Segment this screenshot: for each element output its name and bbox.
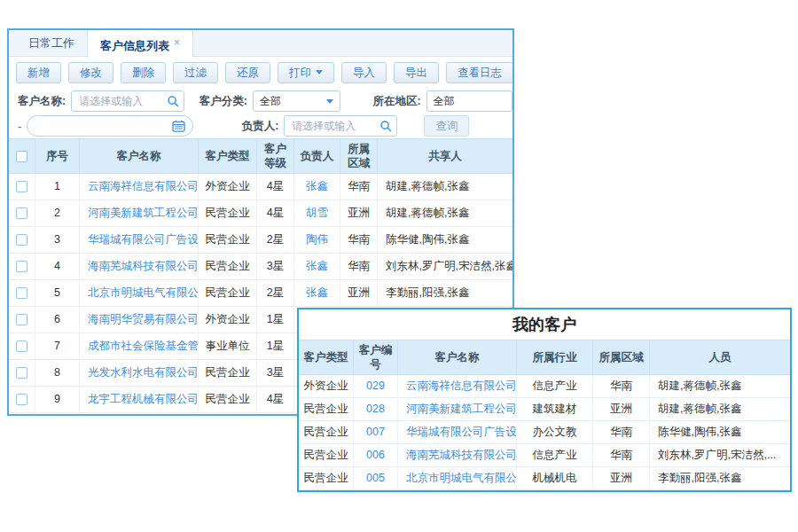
list-item[interactable]: 民营企业 028 河南美新建筑工程公司 建筑建材 亚洲 胡建,蒋德帧,张鑫: [299, 398, 790, 421]
print-button-label: 打印: [289, 63, 311, 82]
tab-daily-work[interactable]: 日常工作: [16, 30, 87, 56]
query-button[interactable]: 查询: [424, 115, 469, 137]
customer-code-link[interactable]: 007: [354, 421, 398, 443]
customer-code-link[interactable]: 029: [354, 375, 398, 397]
my-customers-panel: 我的客户 客户类型 客户编号 客户名称 所属行业 所属区域 人员: [297, 308, 792, 492]
customer-type: 外资企业: [199, 174, 257, 200]
list-item[interactable]: 外资企业 029 云南海祥信息有限公司 信息产业 华南 胡建,蒋德帧,张鑫: [299, 375, 790, 398]
customer-name-link[interactable]: 龙宇工程机械有限公司: [80, 387, 199, 412]
customer-name-label: 客户名称:: [9, 94, 66, 109]
shared-people: 胡建,蒋德帧,张鑫: [378, 200, 512, 226]
industry: 机械机电: [517, 467, 593, 489]
customer-type: 民营企业: [199, 360, 257, 386]
search-icon[interactable]: [167, 95, 179, 111]
customer-name-link[interactable]: 海南芜城科技有限公司: [80, 254, 199, 279]
row-checkbox[interactable]: [16, 394, 27, 405]
customer-code-link[interactable]: 028: [354, 398, 398, 420]
tab-bar: 日常工作 客户信息列表×: [9, 30, 512, 57]
col-header-owner: 负责人: [294, 139, 340, 173]
owner-link[interactable]: 张鑫: [294, 254, 340, 279]
customer-name-link[interactable]: 海南明华贸易有限公司: [80, 307, 199, 332]
close-icon[interactable]: ×: [174, 36, 180, 49]
tab-customer-list[interactable]: 客户信息列表×: [87, 30, 193, 58]
col-header-person: 人员: [650, 340, 790, 374]
owner-link[interactable]: 张鑫: [294, 174, 340, 200]
col-header-region: 所属区域: [593, 340, 650, 374]
owner-link[interactable]: 陶伟: [294, 227, 340, 253]
customer-code-link[interactable]: 006: [354, 444, 398, 466]
view-log-button[interactable]: 查看日志: [446, 62, 513, 83]
region: 华南: [593, 421, 650, 443]
row-number: 5: [35, 280, 80, 306]
category-select[interactable]: 全部: [253, 90, 340, 112]
list-item[interactable]: 民营企业 006 海南芜城科技有限公司 信息产业 华南 刘东林,罗广明,宋洁然,…: [299, 444, 790, 467]
customer-name-link[interactable]: 华瑞城有限公司广告设计部: [80, 227, 199, 253]
desktop: 日常工作 客户信息列表× 新增 修改 删除 过滤 还原 打印 导入 导出 查看日…: [0, 0, 798, 532]
select-all-checkbox[interactable]: [16, 151, 27, 162]
customer-name-link[interactable]: 成都市社会保险基金管理...: [80, 333, 199, 359]
industry: 信息产业: [517, 375, 593, 397]
customer-table-header: 序号 客户名称 客户类型 客户等级 负责人 所属区域 共享人: [9, 138, 512, 174]
row-number: 6: [35, 307, 80, 332]
customer-type: 民营企业: [199, 280, 257, 306]
person-list: 胡建,蒋德帧,张鑫: [650, 398, 790, 420]
list-item[interactable]: 民营企业 007 华瑞城有限公司广告设计部 办公文教 华南 陈华健,陶伟,张鑫: [299, 421, 790, 444]
col-header-customer-type: 客户类型: [299, 340, 354, 374]
customer-name-link[interactable]: 北京市明城电气有限公司: [80, 280, 199, 306]
customer-name-link[interactable]: 云南海祥信息有限公司: [80, 174, 199, 200]
col-header-customer-name: 客户名称: [80, 139, 199, 173]
edit-button[interactable]: 修改: [68, 62, 113, 83]
import-button[interactable]: 导入: [341, 62, 387, 83]
customer-type: 民营企业: [299, 444, 354, 466]
add-button[interactable]: 新增: [16, 62, 61, 83]
customer-type: 外资企业: [299, 375, 354, 397]
customer-name-link[interactable]: 河南美新建筑工程公司: [80, 200, 199, 226]
filter-button[interactable]: 过滤: [173, 62, 218, 83]
table-row[interactable]: 2 河南美新建筑工程公司 民营企业 4星 胡雪 亚洲 胡建,蒋德帧,张鑫: [9, 200, 512, 227]
customer-name-link[interactable]: 云南海祥信息有限公司: [398, 375, 517, 397]
region: 华南: [340, 227, 378, 253]
export-button[interactable]: 导出: [394, 62, 439, 83]
list-item[interactable]: 民营企业 005 北京市明城电气有限公司 机械机电 亚洲 李勤丽,阳强,张鑫: [299, 467, 790, 490]
region: 亚洲: [340, 200, 378, 226]
search-icon[interactable]: [379, 120, 392, 136]
delete-button[interactable]: 删除: [121, 62, 166, 83]
customer-name-link[interactable]: 北京市明城电气有限公司: [398, 467, 517, 489]
customer-name-link[interactable]: 海南芜城科技有限公司: [398, 444, 517, 466]
table-row[interactable]: 4 海南芜城科技有限公司 民营企业 3星 张鑫 华南 刘东林,罗广明,宋洁然,张…: [9, 254, 512, 280]
table-row[interactable]: 1 云南海祥信息有限公司 外资企业 4星 张鑫 华南 胡建,蒋德帧,张鑫: [9, 174, 512, 200]
region-select[interactable]: 全部: [426, 90, 512, 112]
row-checkbox[interactable]: [16, 314, 27, 325]
owner-label: 负责人:: [223, 119, 278, 134]
customer-level: 4星: [257, 174, 294, 200]
owner-link[interactable]: 胡雪: [294, 200, 340, 226]
table-row[interactable]: 5 北京市明城电气有限公司 民营企业 2星 张鑫 亚洲 李勤丽,阳强,张鑫: [9, 280, 512, 307]
filter-area: 客户名称: 客户分类: 全部 所在地区: 全部 -: [9, 88, 512, 138]
row-checkbox[interactable]: [16, 287, 27, 299]
row-checkbox[interactable]: [16, 367, 27, 379]
row-checkbox[interactable]: [16, 234, 27, 246]
customer-name-link[interactable]: 光发水利水电有限公司: [80, 360, 199, 386]
calendar-icon[interactable]: [172, 120, 185, 136]
owner-link[interactable]: 张鑫: [294, 280, 340, 306]
print-button[interactable]: 打印: [278, 62, 334, 83]
region: 亚洲: [593, 467, 650, 489]
customer-name-link[interactable]: 河南美新建筑工程公司: [398, 398, 517, 420]
row-checkbox[interactable]: [16, 340, 27, 352]
my-customers-header: 客户类型 客户编号 客户名称 所属行业 所属区域 人员: [299, 340, 790, 375]
row-checkbox[interactable]: [16, 181, 27, 192]
customer-level: 2星: [257, 280, 294, 306]
row-number: 1: [35, 174, 80, 200]
col-header-industry: 所属行业: [517, 340, 593, 374]
row-checkbox[interactable]: [16, 207, 27, 219]
industry: 办公文教: [517, 421, 593, 443]
restore-button[interactable]: 还原: [225, 62, 270, 83]
customer-code-link[interactable]: 005: [354, 467, 398, 489]
table-row[interactable]: 3 华瑞城有限公司广告设计部 民营企业 2星 陶伟 华南 陈华健,陶伟,张鑫: [9, 227, 512, 254]
customer-type: 民营企业: [299, 421, 354, 443]
row-number: 4: [35, 254, 80, 279]
customer-name-link[interactable]: 华瑞城有限公司广告设计部: [398, 421, 517, 443]
row-checkbox[interactable]: [16, 261, 27, 272]
customer-type: 事业单位: [199, 333, 257, 359]
date-input[interactable]: [27, 115, 193, 137]
